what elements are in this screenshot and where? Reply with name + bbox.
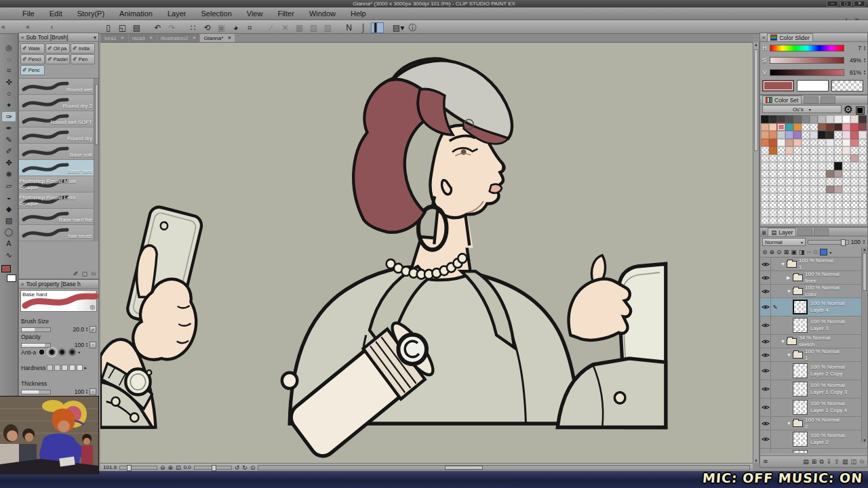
color-swatch[interactable] bbox=[769, 193, 777, 201]
blend-mode-select[interactable]: Normal▾ bbox=[762, 238, 806, 246]
color-swatch[interactable] bbox=[810, 193, 818, 201]
new-layer-icon[interactable]: ▤ bbox=[803, 458, 809, 466]
color-swatch[interactable] bbox=[793, 115, 802, 123]
canvas-tab-illustration2[interactable]: Illustration2✕ bbox=[157, 34, 200, 42]
color-swatch[interactable] bbox=[761, 146, 769, 155]
new-folder-icon[interactable]: ⊞ bbox=[812, 458, 817, 466]
color-swatch[interactable] bbox=[810, 115, 818, 123]
color-swatch[interactable] bbox=[859, 209, 867, 217]
combine-copy-icon[interactable]: ⇧ bbox=[834, 458, 840, 466]
grid-icon[interactable]: ▦ bbox=[293, 22, 306, 33]
color-swatch[interactable] bbox=[802, 201, 810, 209]
brush-item[interactable]: hair brush bbox=[19, 225, 98, 241]
color-swatch[interactable] bbox=[785, 115, 793, 123]
color-swatch[interactable] bbox=[802, 123, 810, 131]
color-swatch[interactable] bbox=[761, 178, 769, 186]
color-swatch[interactable] bbox=[818, 170, 826, 178]
tool-decoration-icon[interactable]: ❋ bbox=[1, 169, 16, 180]
color-swatch[interactable] bbox=[859, 201, 867, 209]
brush-size-slider[interactable] bbox=[21, 327, 51, 332]
color-swatch[interactable] bbox=[777, 155, 785, 163]
color-swatch[interactable] bbox=[826, 155, 834, 163]
panel-collapse-icon[interactable]: « bbox=[21, 281, 24, 287]
tool-move-icon[interactable]: ✜ bbox=[1, 77, 16, 87]
color-swatch[interactable] bbox=[850, 209, 859, 217]
scroll-up-icon[interactable]: ▲ bbox=[754, 43, 758, 47]
color-swatch[interactable] bbox=[826, 131, 834, 139]
color-swatch[interactable] bbox=[810, 217, 818, 225]
layer-row[interactable]: ▼100 % Normal1 bbox=[760, 348, 867, 362]
color-swatch[interactable] bbox=[826, 217, 834, 225]
visibility-eye-icon[interactable] bbox=[760, 317, 771, 334]
color-swatch[interactable] bbox=[761, 170, 769, 178]
color-swatch[interactable] bbox=[818, 186, 826, 194]
visibility-eye-icon[interactable] bbox=[760, 449, 771, 453]
collapse-arrow-icon[interactable]: ▼ bbox=[781, 339, 787, 344]
layer-opacity-slider[interactable] bbox=[808, 240, 849, 245]
visibility-eye-icon[interactable] bbox=[760, 399, 771, 416]
tab-layer[interactable]: ▤Layer bbox=[768, 228, 796, 236]
color-swatch[interactable] bbox=[810, 162, 818, 170]
color-swatch[interactable] bbox=[761, 123, 769, 131]
anti-aliasing-weak-button[interactable] bbox=[47, 348, 56, 357]
color-swatch[interactable] bbox=[850, 178, 859, 186]
color-swatch[interactable] bbox=[850, 115, 859, 123]
fill-icon[interactable]: ◕ bbox=[229, 22, 242, 33]
tab-stub[interactable] bbox=[797, 228, 812, 236]
color-swatch[interactable] bbox=[826, 201, 834, 209]
tool-eraser-icon[interactable]: ▱ bbox=[1, 180, 16, 191]
brush-preview[interactable]: Base hard ◎ bbox=[20, 290, 97, 312]
color-swatch[interactable] bbox=[842, 186, 850, 194]
palette-menu-icon[interactable]: ≣ bbox=[762, 229, 766, 236]
visibility-eye-icon[interactable] bbox=[760, 362, 771, 380]
color-swatch[interactable] bbox=[802, 178, 810, 186]
layer-row[interactable]: ✎100 % NormalLayer 4 bbox=[760, 298, 867, 317]
color-swatch[interactable] bbox=[859, 162, 867, 170]
color-swatch[interactable] bbox=[777, 178, 785, 186]
color-swatch[interactable] bbox=[834, 170, 842, 178]
anti-aliasing-none-button[interactable] bbox=[37, 348, 46, 357]
color-swatch[interactable] bbox=[826, 139, 834, 147]
color-swatch[interactable] bbox=[777, 186, 785, 194]
color-swatch[interactable] bbox=[769, 217, 777, 225]
close-tab-icon[interactable]: ✕ bbox=[227, 35, 231, 41]
color-swatch[interactable] bbox=[859, 178, 867, 186]
anti-aliasing-strong-button[interactable] bbox=[68, 348, 77, 357]
hue-slider[interactable] bbox=[770, 45, 844, 52]
reset-rotation-icon[interactable]: ⊙ bbox=[250, 464, 256, 471]
color-swatch[interactable] bbox=[785, 162, 793, 170]
color-swatch[interactable] bbox=[785, 139, 793, 147]
color-swatch[interactable] bbox=[850, 131, 859, 139]
color-swatch[interactable] bbox=[859, 115, 867, 123]
snap-icon[interactable]: ▨ bbox=[321, 22, 334, 33]
layer-thumbnail[interactable] bbox=[793, 318, 808, 333]
subtool-group-tab[interactable]: ✐India bbox=[71, 43, 95, 54]
color-swatch[interactable] bbox=[818, 193, 826, 201]
visibility-eye-icon[interactable] bbox=[760, 335, 771, 348]
color-swatch[interactable] bbox=[777, 217, 785, 225]
brush-item[interactable]: Base hard flat bbox=[19, 209, 98, 225]
color-swatch[interactable] bbox=[850, 186, 859, 194]
menu-item-storyp[interactable]: Story(P) bbox=[70, 7, 112, 20]
wrench-icon[interactable]: ⚙ bbox=[844, 103, 853, 116]
workspace-icon[interactable]: ▤▾ bbox=[392, 22, 405, 33]
color-swatch[interactable] bbox=[802, 131, 810, 139]
rotation-slider[interactable] bbox=[194, 466, 232, 470]
color-swatch-widget[interactable] bbox=[1, 265, 17, 283]
new-subtool-icon[interactable]: ▢ bbox=[81, 270, 87, 277]
color-swatch[interactable] bbox=[769, 123, 777, 131]
opacity-dynamics-button[interactable]: ▫ bbox=[90, 342, 96, 348]
panel-menu-icon[interactable]: ▾ bbox=[94, 35, 96, 41]
tool-text-icon[interactable]: A bbox=[1, 238, 16, 249]
layer-color-icon[interactable] bbox=[820, 249, 827, 256]
layer-row[interactable]: 100 % NormalLayer 1 Copy 3 bbox=[760, 380, 867, 399]
brush-item[interactable]: Round dry 2 bbox=[19, 95, 98, 111]
color-swatch[interactable] bbox=[826, 123, 834, 131]
color-swatch[interactable] bbox=[793, 178, 802, 186]
expand-arrow-icon[interactable]: ▶ bbox=[787, 275, 793, 281]
color-swatch[interactable] bbox=[785, 170, 793, 178]
color-swatch[interactable] bbox=[802, 217, 810, 225]
color-swatch[interactable] bbox=[810, 209, 818, 217]
main-color-swatch[interactable] bbox=[762, 80, 794, 92]
tool-gradient-icon[interactable]: ▧ bbox=[1, 215, 16, 226]
